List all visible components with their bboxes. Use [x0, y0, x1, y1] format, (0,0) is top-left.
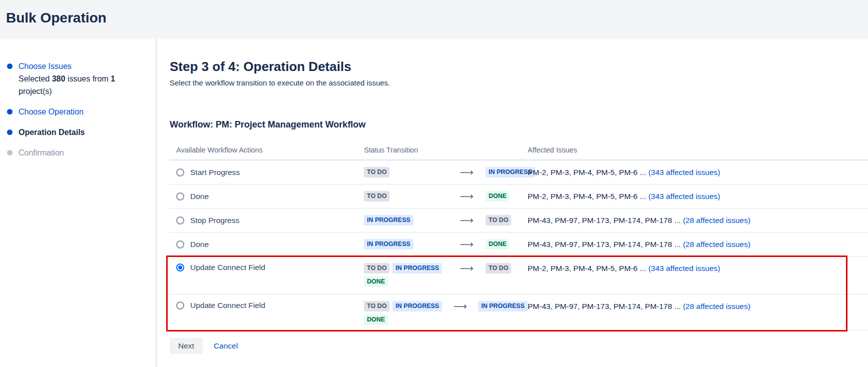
arrow-right-icon: ⟶: [452, 263, 482, 274]
affected-issues-link[interactable]: (28 affected issues): [683, 302, 750, 310]
action-label: Start Progress: [190, 168, 240, 177]
status-badge: TO DO: [364, 167, 389, 178]
table-row-highlighted: Update Connect Field TO DO IN PROGRESS D…: [170, 256, 868, 294]
step-heading: Step 3 of 4: Operation Details: [170, 58, 868, 75]
choose-operation-link[interactable]: Choose Operation: [19, 106, 84, 118]
step-indicator-dot: [7, 64, 13, 69]
arrow-right-icon: ⟶: [452, 215, 482, 226]
status-badge: IN PROGRESS: [364, 239, 413, 250]
status-badge: TO DO: [364, 263, 389, 274]
status-badge: TO DO: [486, 263, 511, 274]
step-indicator-dot: [7, 150, 13, 156]
page-title: Bulk Operation: [6, 8, 868, 28]
choose-issues-summary: Selected 380 issues from 1 project(s): [19, 72, 126, 98]
status-badge: IN PROGRESS: [392, 301, 442, 312]
status-badge: DONE: [364, 314, 388, 325]
workflow-heading: Workflow: PM: Project Management Workflo…: [170, 118, 868, 130]
affected-issues-text: PM-43, PM-97, PM-173, PM-174, PM-178 ...: [528, 216, 681, 224]
status-badge: IN PROGRESS: [392, 263, 442, 274]
status-badge: DONE: [486, 191, 510, 202]
sidebar-item-choose-issues: Choose Issues Selected 380 issues from 1…: [7, 60, 147, 98]
action-label: Stop Progress: [190, 216, 239, 225]
affected-issues-link[interactable]: (28 affected issues): [683, 240, 750, 248]
affected-issues-link[interactable]: (343 affected issues): [648, 168, 720, 176]
affected-issues-text: PM-43, PM-97, PM-173, PM-174, PM-178 ...: [528, 302, 681, 310]
affected-issues-text: PM-2, PM-3, PM-4, PM-5, PM-6 ...: [528, 168, 646, 176]
main-content: Step 3 of 4: Operation Details Select th…: [157, 39, 868, 367]
affected-issues-link[interactable]: (343 affected issues): [648, 264, 720, 272]
column-header-transition: Status Transition: [357, 140, 528, 160]
cancel-link[interactable]: Cancel: [214, 342, 238, 350]
page-header: Bulk Operation: [0, 0, 868, 39]
table-row: Done IN PROGRESS ⟶ DONE PM-43, PM-97, PM…: [170, 232, 868, 256]
transition-radio[interactable]: [176, 216, 184, 224]
transition-radio-selected[interactable]: [176, 264, 184, 272]
step-subtitle: Select the workflow transition to execut…: [170, 78, 868, 88]
wizard-steps-sidebar: Choose Issues Selected 380 issues from 1…: [0, 39, 157, 367]
action-label: Done: [190, 192, 209, 201]
table-row: Done TO DO ⟶ DONE PM-2, PM-3, PM-4, PM-5…: [170, 184, 868, 208]
sidebar-item-choose-operation: Choose Operation: [7, 106, 147, 118]
choose-issues-link[interactable]: Choose Issues: [19, 60, 126, 72]
action-label: Done: [190, 240, 209, 249]
column-header-actions: Available Workflow Actions: [170, 140, 357, 160]
column-header-affected: Affected Issues: [528, 140, 868, 160]
confirmation-step-label: Confirmation: [19, 146, 64, 159]
table-row: Start Progress TO DO ⟶ IN PROGRESS PM-2,…: [170, 160, 868, 184]
status-badge: TO DO: [364, 301, 389, 312]
affected-issues-link[interactable]: (28 affected issues): [683, 216, 750, 224]
status-badge: DONE: [486, 239, 510, 250]
status-badge: TO DO: [364, 191, 389, 202]
transition-radio[interactable]: [176, 302, 184, 310]
status-badge: IN PROGRESS: [364, 215, 413, 226]
table-header-row: Available Workflow Actions Status Transi…: [170, 140, 868, 160]
affected-issues-link[interactable]: (343 affected issues): [648, 192, 720, 200]
affected-issues-text: PM-43, PM-97, PM-173, PM-174, PM-178 ...: [528, 240, 681, 248]
arrow-right-icon: ⟶: [452, 167, 482, 178]
transition-radio[interactable]: [176, 168, 184, 176]
affected-issues-text: PM-2, PM-3, PM-4, PM-5, PM-6 ...: [528, 192, 646, 200]
status-badge: TO DO: [486, 215, 511, 226]
status-badge: IN PROGRESS: [478, 301, 528, 312]
arrow-right-icon: ⟶: [452, 239, 482, 250]
table-row: Stop Progress IN PROGRESS ⟶ TO DO PM-43,…: [170, 208, 868, 232]
sidebar-item-confirmation: Confirmation: [7, 146, 147, 159]
step-indicator-dot: [7, 130, 13, 135]
transition-radio[interactable]: [176, 192, 184, 200]
action-label: Update Connect Field: [190, 301, 265, 310]
sidebar-item-operation-details: Operation Details: [7, 126, 147, 138]
table-row-highlighted: Update Connect Field TO DO IN PROGRESS D…: [170, 294, 868, 330]
step-indicator-dot: [7, 109, 13, 114]
action-label: Update Connect Field: [190, 263, 265, 272]
affected-issues-text: PM-2, PM-3, PM-4, PM-5, PM-6 ...: [528, 264, 646, 272]
arrow-right-icon: ⟶: [452, 191, 482, 202]
workflow-actions-table: Available Workflow Actions Status Transi…: [170, 140, 868, 330]
operation-details-current-step: Operation Details: [19, 126, 85, 138]
status-badge: DONE: [364, 276, 388, 287]
arrow-right-icon: ⟶: [446, 301, 474, 312]
transition-radio[interactable]: [176, 240, 184, 248]
next-button[interactable]: Next: [170, 338, 203, 354]
